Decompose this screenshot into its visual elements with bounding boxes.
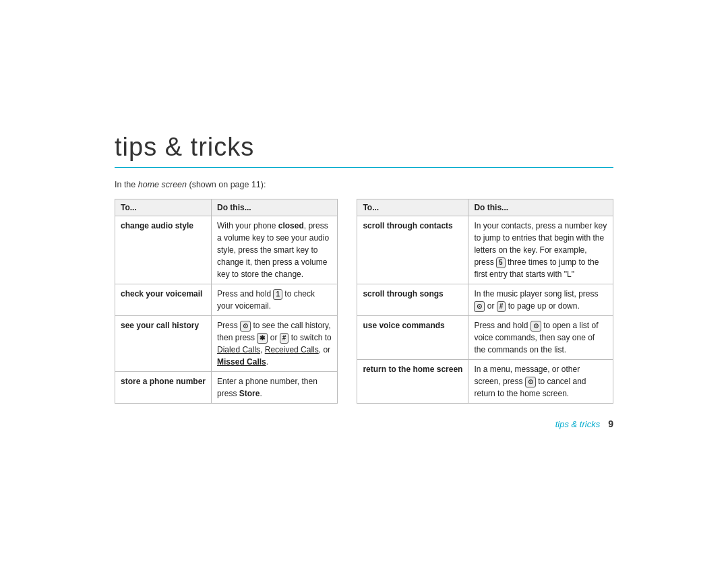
table-row: scroll through songs In the music player… bbox=[357, 284, 613, 316]
key-5-icon: 5 bbox=[496, 257, 506, 268]
key-circle-icon: ⊙ bbox=[240, 321, 251, 332]
footer-page-number: 9 bbox=[608, 418, 613, 429]
row-to: see your call history bbox=[115, 316, 212, 372]
tables-container: To... Do this... change audio style With… bbox=[115, 199, 613, 404]
dialed-calls-text: Dialed Calls bbox=[217, 345, 260, 354]
page: tips & tricks In the home screen (shown … bbox=[101, 106, 627, 456]
footer-bar: tips & tricks 9 bbox=[115, 416, 613, 429]
key-cancel-icon: ⊙ bbox=[525, 377, 536, 387]
table-row: use voice commands Press and hold ⊙ to o… bbox=[357, 316, 613, 360]
key-star-icon: ✱ bbox=[257, 333, 268, 344]
row-do: In the music player song list, press ⊙ o… bbox=[468, 284, 613, 316]
key-hash2-icon: # bbox=[497, 301, 506, 312]
left-table: To... Do this... change audio style With… bbox=[115, 199, 338, 404]
row-do: Enter a phone number, then press Store. bbox=[212, 372, 338, 404]
missed-calls-text: Missed Calls bbox=[217, 357, 266, 367]
left-col-to: To... bbox=[115, 199, 212, 216]
intro-text: In the home screen (shown on page 11): bbox=[115, 180, 613, 189]
table-row: see your call history Press ⊙ to see the… bbox=[115, 316, 338, 372]
row-do: In your contacts, press a number key to … bbox=[468, 216, 613, 284]
store-label: Store bbox=[239, 389, 260, 398]
row-do: In a menu, message, or other screen, pre… bbox=[468, 360, 613, 404]
key-1-icon: 1 bbox=[273, 289, 282, 300]
right-col-do: Do this... bbox=[468, 199, 613, 216]
table-row: return to the home screen In a menu, mes… bbox=[357, 360, 613, 404]
row-to: change audio style bbox=[115, 216, 212, 284]
row-to: scroll through songs bbox=[357, 284, 468, 316]
row-to: check your voicemail bbox=[115, 284, 212, 316]
left-col-do: Do this... bbox=[212, 199, 338, 216]
table-row: scroll through contacts In your contacts… bbox=[357, 216, 613, 284]
row-to: scroll through contacts bbox=[357, 216, 468, 284]
bold-closed: closed bbox=[278, 221, 304, 230]
key-voice-icon: ⊙ bbox=[530, 321, 541, 332]
row-do: Press ⊙ to see the call history, then pr… bbox=[212, 316, 338, 372]
page-title: tips & tricks bbox=[115, 133, 613, 162]
key-hash-icon: # bbox=[280, 333, 289, 344]
right-col-to: To... bbox=[357, 199, 468, 216]
row-do: Press and hold 1 to check your voicemail… bbox=[212, 284, 338, 316]
row-do: With your phone closed, press a volume k… bbox=[212, 216, 338, 284]
right-table: To... Do this... scroll through contacts… bbox=[357, 199, 613, 404]
row-do: Press and hold ⊙ to open a list of voice… bbox=[468, 316, 613, 360]
right-table-wrapper: To... Do this... scroll through contacts… bbox=[357, 199, 613, 404]
row-to: store a phone number bbox=[115, 372, 212, 404]
table-row: check your voicemail Press and hold 1 to… bbox=[115, 284, 338, 316]
footer-label: tips & tricks bbox=[555, 419, 600, 429]
left-table-wrapper: To... Do this... change audio style With… bbox=[115, 199, 338, 404]
key-up-icon: ⊙ bbox=[474, 301, 485, 312]
title-divider bbox=[115, 167, 613, 168]
row-to: return to the home screen bbox=[357, 360, 468, 404]
row-to: use voice commands bbox=[357, 316, 468, 360]
table-row: change audio style With your phone close… bbox=[115, 216, 338, 284]
received-calls-text: Received Calls bbox=[265, 345, 319, 354]
table-row: store a phone number Enter a phone numbe… bbox=[115, 372, 338, 404]
